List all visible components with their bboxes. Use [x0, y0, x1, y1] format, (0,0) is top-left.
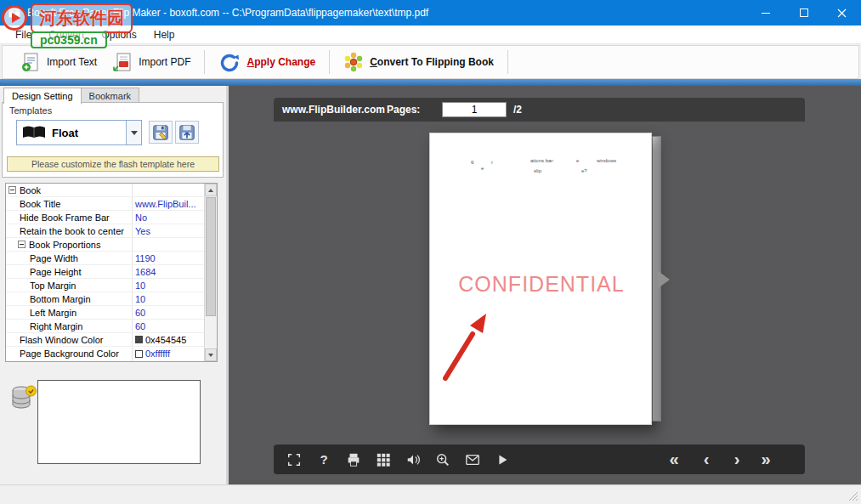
- print-icon: [346, 452, 361, 467]
- app-icon: [8, 6, 21, 20]
- player-toolbar: ? «: [274, 445, 805, 474]
- maximize-button[interactable]: [785, 0, 823, 25]
- template-dropdown[interactable]: Float: [16, 120, 142, 145]
- arrow-down-icon: [208, 354, 213, 357]
- help-icon: ?: [320, 452, 327, 467]
- share-email-button[interactable]: [464, 451, 481, 468]
- app-window: Boxoft Free Paper Flip Maker - boxoft.co…: [0, 0, 861, 504]
- chevron-down-icon: [131, 131, 138, 135]
- fit-screen-button[interactable]: [286, 451, 303, 468]
- arrow-up-icon: [208, 189, 213, 192]
- fit-screen-icon: [286, 452, 302, 467]
- save-template-icon: [151, 123, 170, 142]
- property-row-right-margin[interactable]: Right Margin 60: [6, 320, 204, 333]
- maximize-icon: [800, 8, 808, 17]
- property-row-page-height[interactable]: Page Height 1684: [6, 265, 204, 279]
- flipbuilder-site-label: www.FlipBuilder.com: [282, 104, 385, 116]
- menu-file[interactable]: File: [7, 26, 40, 43]
- page-number-input[interactable]: [442, 102, 507, 117]
- menu-convert[interactable]: Convert: [40, 26, 93, 43]
- property-category-book[interactable]: Book: [6, 184, 204, 197]
- export-template-icon: [178, 123, 196, 142]
- scrollbar-thumb[interactable]: [206, 197, 216, 316]
- red-arrow-annotation: [430, 133, 653, 426]
- scroll-down-button[interactable]: [205, 348, 217, 361]
- previous-page-button[interactable]: ‹: [695, 445, 717, 474]
- apply-change-button[interactable]: Apply Change: [211, 48, 323, 76]
- import-pdf-icon: [112, 52, 133, 72]
- email-icon: [465, 452, 480, 467]
- convert-label: Convert To Flipping Book: [370, 56, 494, 68]
- property-row-page-width[interactable]: Page Width 1190: [6, 252, 204, 265]
- import-pdf-button[interactable]: Import PDF: [105, 48, 198, 76]
- play-icon: [495, 452, 510, 467]
- close-button[interactable]: [823, 0, 861, 25]
- toolbar-separator: [329, 50, 330, 74]
- minimize-button[interactable]: [746, 0, 785, 25]
- thumbnails-button[interactable]: [375, 451, 392, 468]
- database-icon: [10, 383, 37, 416]
- property-row-page-background-color[interactable]: Page Background Color 0xffffff: [6, 347, 204, 360]
- import-pdf-label: Import PDF: [139, 56, 190, 68]
- autoplay-button[interactable]: [494, 451, 511, 468]
- menu-help[interactable]: Help: [145, 26, 184, 43]
- sound-icon: [405, 452, 421, 467]
- template-hint: Please customize the flash template here: [7, 156, 219, 172]
- export-template-button[interactable]: [175, 121, 199, 144]
- status-bar: [0, 484, 861, 504]
- color-swatch-dark[interactable]: [135, 336, 143, 343]
- sound-button[interactable]: [405, 451, 422, 468]
- property-row-hide-frame-bar[interactable]: Hide Book Frame Bar No: [6, 211, 204, 224]
- last-page-button[interactable]: »: [755, 445, 777, 474]
- pages-label: Pages:: [387, 104, 420, 116]
- property-grid-scrollbar[interactable]: [204, 184, 217, 361]
- collapse-icon[interactable]: [18, 241, 25, 248]
- settings-panel: Design SettingBookmark Templates Float P…: [0, 86, 226, 484]
- convert-icon: [343, 52, 364, 72]
- toolbar-separator: [507, 50, 508, 74]
- tab-design-setting[interactable]: Design Setting: [3, 88, 82, 105]
- toolbar-separator: [204, 50, 205, 74]
- apply-change-icon: [218, 52, 241, 72]
- flip-next-arrow[interactable]: [657, 270, 670, 289]
- property-category-proportions[interactable]: Book Proportions: [6, 238, 204, 252]
- import-text-button[interactable]: Import Text: [13, 48, 105, 76]
- flipbook-preview-area: www.FlipBuilder.com Pages: /2 g e r atio…: [229, 86, 861, 484]
- resize-grip[interactable]: [848, 491, 858, 501]
- import-text-label: Import Text: [47, 56, 97, 68]
- zoom-in-button[interactable]: [434, 451, 451, 468]
- print-button[interactable]: [345, 451, 362, 468]
- property-row-left-margin[interactable]: Left Margin 60: [6, 306, 204, 320]
- main-toolbar: Import Text Import PDF Apply Change Conv…: [2, 45, 859, 79]
- color-swatch-white[interactable]: [135, 350, 143, 358]
- book-page[interactable]: g e r ations bar: slip e windows e? CONF…: [429, 133, 652, 425]
- menu-options[interactable]: Options: [93, 26, 144, 43]
- apply-change-label: Apply Change: [246, 56, 315, 68]
- convert-button[interactable]: Convert To Flipping Book: [336, 48, 501, 76]
- property-row-book-title[interactable]: Book Title www.FlipBuil...: [6, 197, 204, 211]
- title-bar[interactable]: Boxoft Free Paper Flip Maker - boxoft.co…: [0, 0, 861, 25]
- property-grid: Book Book Title www.FlipBuil... Hide Boo…: [5, 183, 218, 362]
- dropdown-arrow-button[interactable]: [126, 121, 141, 144]
- toolbar-accent-strip: [0, 79, 861, 86]
- help-button[interactable]: ?: [315, 451, 332, 468]
- menu-bar: File Convert Options Help: [0, 25, 861, 44]
- property-row-retain-center[interactable]: Retain the book to center Yes: [6, 224, 204, 238]
- total-pages-label: /2: [513, 104, 522, 116]
- window-title: Boxoft Free Paper Flip Maker - boxoft.co…: [27, 7, 428, 19]
- property-row-bottom-margin[interactable]: Bottom Margin 10: [6, 292, 204, 306]
- next-page-button[interactable]: ›: [726, 445, 748, 474]
- template-selected-label: Float: [52, 127, 126, 139]
- property-row-flash-window-color[interactable]: Flash Window Color 0x454545: [6, 333, 204, 347]
- template-preview-box[interactable]: [37, 380, 201, 464]
- preview-header-bar: www.FlipBuilder.com Pages: /2: [274, 98, 805, 122]
- scroll-up-button[interactable]: [205, 184, 217, 196]
- collapse-icon[interactable]: [8, 186, 16, 194]
- property-row-top-margin[interactable]: Top Margin 10: [6, 279, 204, 292]
- templates-group-label: Templates: [9, 105, 52, 116]
- book-icon: [21, 124, 47, 141]
- first-page-button[interactable]: «: [663, 445, 685, 474]
- zoom-in-icon: [435, 452, 450, 467]
- save-template-button[interactable]: [149, 121, 173, 144]
- thumbnails-icon: [376, 452, 391, 467]
